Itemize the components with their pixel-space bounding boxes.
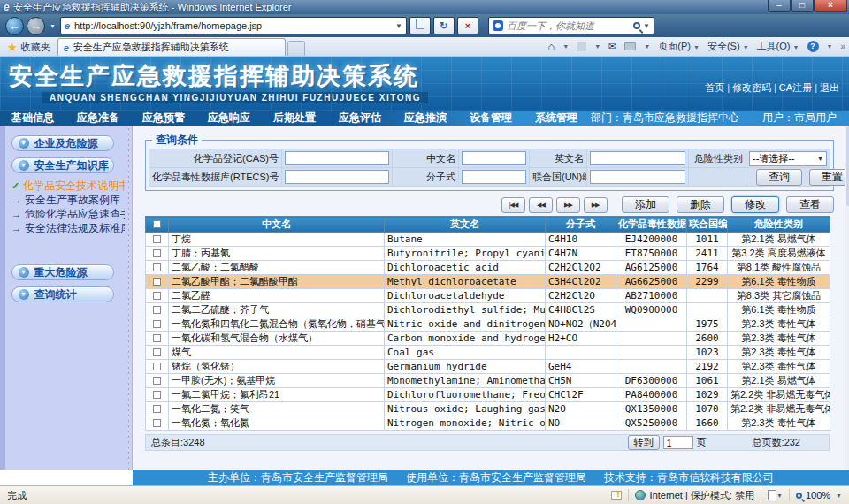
- print-icon[interactable]: [624, 42, 636, 50]
- table-row[interactable]: 二氯乙酸；二氯醋酸Dichloroacetic acidC2H2Cl2O2AG6…: [146, 261, 830, 275]
- sidebar-item[interactable]: →安全生产事故案例库: [11, 193, 125, 207]
- search-input[interactable]: 百度一下，你就知道 ▼: [488, 17, 654, 34]
- row-checkbox[interactable]: [153, 235, 161, 243]
- sidebar-group-button[interactable]: ▼企业及危险源: [11, 135, 114, 151]
- query-input[interactable]: [285, 170, 389, 184]
- pager-prev-button[interactable]: ◀◀: [529, 197, 553, 213]
- row-checkbox[interactable]: [153, 391, 161, 399]
- nav-item[interactable]: 基础信息: [0, 111, 65, 126]
- feeds-icon[interactable]: [577, 42, 586, 51]
- sidebar-group-button[interactable]: ▼安全生产知识库: [11, 157, 114, 173]
- table-row[interactable]: 一氧化氮和四氧化二氮混合物（氮氧化物，硝基气，氧化氮气体）Nitric oxid…: [146, 317, 830, 332]
- modify-button[interactable]: 修改: [731, 196, 779, 213]
- goto-page-button[interactable]: 转到: [628, 435, 660, 450]
- view-button[interactable]: 查看: [786, 196, 834, 213]
- sidebar-group-button[interactable]: ▼查询统计: [11, 286, 114, 302]
- table-row[interactable]: 一氧化二氮；笑气Nitrous oxide; Laughing gasN2OQX…: [146, 402, 830, 416]
- query-input[interactable]: [590, 151, 685, 165]
- nav-item[interactable]: 设备管理: [458, 111, 524, 126]
- search-dropdown-icon[interactable]: ▼: [643, 22, 650, 30]
- nav-item[interactable]: 应急推演: [393, 111, 458, 126]
- query-input[interactable]: [285, 151, 389, 165]
- row-checkbox[interactable]: [153, 419, 161, 427]
- add-button[interactable]: 添加: [622, 196, 669, 213]
- table-row[interactable]: 二氯乙醛DichloroacetaldehydeC2H2Cl2OAB271000…: [146, 289, 830, 303]
- row-checkbox[interactable]: [153, 278, 161, 286]
- row-checkbox[interactable]: [153, 320, 161, 328]
- back-button[interactable]: ←: [5, 17, 24, 35]
- table-row[interactable]: 锗烷（氢化锗）Germanium hydrideGeH42192第2.3类 毒性…: [146, 360, 830, 374]
- favorites-button[interactable]: ★ 收藏夹: [4, 38, 57, 56]
- row-checkbox[interactable]: [153, 334, 161, 342]
- nav-item[interactable]: 系统管理: [524, 111, 589, 126]
- mail-icon[interactable]: ✉: [608, 41, 616, 52]
- history-dropdown-icon[interactable]: ▼: [50, 23, 56, 29]
- hazard-class-select[interactable]: --请选择--▼: [749, 151, 827, 166]
- command-bar-item[interactable]: 安全(S) ▼: [708, 40, 749, 53]
- refresh-button[interactable]: ↻: [433, 17, 455, 34]
- stop-button[interactable]: ×: [457, 17, 478, 34]
- minimize-button[interactable]: –: [768, 0, 791, 12]
- row-checkbox[interactable]: [153, 249, 161, 257]
- nav-item[interactable]: 应急预警: [131, 111, 196, 126]
- home-icon[interactable]: ⌂: [547, 40, 555, 53]
- help-dropdown-icon[interactable]: ▼: [827, 43, 833, 50]
- help-icon[interactable]: ?: [807, 41, 819, 52]
- query-input[interactable]: [462, 170, 526, 184]
- delete-button[interactable]: 删除: [677, 196, 724, 213]
- sidebar-splitter[interactable]: [125, 126, 133, 470]
- reset-button[interactable]: 重置: [809, 169, 849, 186]
- command-bar-item[interactable]: 页面(P) ▼: [658, 40, 700, 53]
- print-dropdown-icon[interactable]: ▼: [644, 43, 650, 50]
- close-button[interactable]: ×: [814, 0, 847, 12]
- page-number-input[interactable]: [663, 436, 693, 449]
- nav-item[interactable]: 后期处置: [262, 111, 327, 126]
- table-row[interactable]: 一甲胺(无水)；氨基甲烷Monomethylamine; Aminomethan…: [146, 374, 830, 388]
- search-icon[interactable]: [633, 22, 640, 29]
- pager-last-button[interactable]: ▶▶|: [584, 197, 608, 213]
- compat-status-icon[interactable]: [768, 490, 776, 500]
- select-all-checkbox[interactable]: [153, 220, 161, 228]
- table-row[interactable]: 煤气Coal gas1023第2.3类 毒性气体: [146, 346, 830, 360]
- feeds-dropdown-icon[interactable]: ▼: [594, 43, 600, 50]
- query-input[interactable]: [590, 170, 685, 184]
- table-row[interactable]: 丁腈；丙基氰Butyronitrile; Propyl cyanideC4H7N…: [146, 247, 830, 261]
- nav-item[interactable]: 应急准备: [65, 111, 131, 126]
- maximize-button[interactable]: □: [791, 0, 814, 12]
- header-link[interactable]: CA注册: [779, 82, 812, 93]
- table-row[interactable]: 丁烷ButaneC4H10EJ42000001011第2.1类 易燃气体: [146, 233, 830, 247]
- table-row[interactable]: 二氯乙酸甲酯；二氯醋酸甲酯Methyl dichloroacetateC3H4C…: [146, 275, 830, 289]
- search-button[interactable]: 查询: [756, 169, 802, 186]
- table-row[interactable]: 一氧化氮；氧化氮Nitrogen monoxide; Nitric oxideN…: [146, 416, 830, 431]
- overflow-chevron-icon[interactable]: »: [840, 42, 845, 51]
- row-checkbox[interactable]: [153, 292, 161, 300]
- address-input[interactable]: e http://localhost:90/yjzh/frame/homepag…: [60, 17, 407, 34]
- pager-first-button[interactable]: |◀◀: [501, 197, 525, 213]
- notification-icon[interactable]: [611, 491, 622, 500]
- sidebar-group-button[interactable]: ▼重大危险源: [11, 264, 114, 280]
- table-row[interactable]: 一氧化碳和氢气混合物（水煤气）Carbon monoxide and hydro…: [146, 332, 830, 346]
- nav-item[interactable]: 应急响应: [196, 111, 262, 126]
- home-dropdown-icon[interactable]: ▼: [562, 43, 569, 50]
- content-scrollbar[interactable]: [845, 126, 849, 470]
- table-row[interactable]: 一氟二氯甲烷；氟利昂21Dichlorofluoromethane; Freon…: [146, 388, 830, 402]
- compat-dropdown-icon[interactable]: ▼: [776, 493, 783, 499]
- sidebar-item[interactable]: →危险化学品应急速查手...: [11, 207, 125, 221]
- row-checkbox[interactable]: [153, 377, 161, 385]
- row-checkbox[interactable]: [153, 348, 161, 356]
- zoom-dropdown-icon[interactable]: ▼: [836, 493, 842, 499]
- command-bar-item[interactable]: 工具(O) ▼: [757, 40, 799, 53]
- header-link[interactable]: 修改密码: [732, 82, 771, 93]
- sidebar-item[interactable]: ✓化学品安全技术说明书: [11, 179, 125, 193]
- row-checkbox[interactable]: [153, 263, 161, 271]
- sidebar-item[interactable]: →安全法律法规及标准库: [11, 221, 125, 235]
- header-link[interactable]: 首页: [705, 82, 724, 93]
- table-row[interactable]: 二氯二乙硫醚；芥子气Dichlorodiethyl sulfide; Musta…: [146, 303, 830, 317]
- zoom-icon[interactable]: [796, 493, 802, 499]
- address-dropdown-icon[interactable]: ▼: [395, 22, 402, 30]
- row-checkbox[interactable]: [153, 306, 161, 314]
- browser-tab[interactable]: e 安全生产应急救援指挥辅助决策系统: [57, 38, 286, 56]
- new-tab-button[interactable]: [287, 41, 305, 56]
- row-checkbox[interactable]: [153, 363, 161, 370]
- nav-item[interactable]: 应急评估: [327, 111, 393, 126]
